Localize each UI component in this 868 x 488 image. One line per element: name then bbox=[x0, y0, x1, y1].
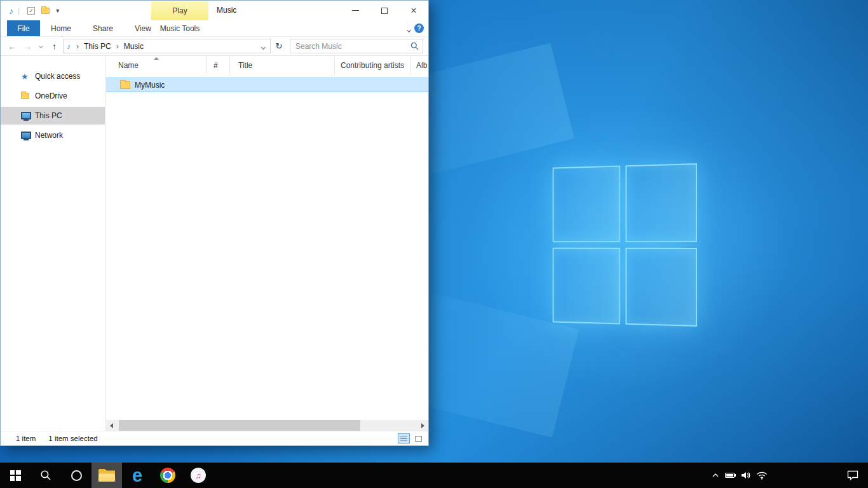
column-header-name[interactable]: Name bbox=[106, 57, 207, 74]
minimize-button[interactable] bbox=[341, 1, 370, 20]
qat-properties-button[interactable]: ✓ bbox=[27, 7, 35, 15]
taskbar-file-explorer-button[interactable] bbox=[92, 463, 122, 488]
maximize-button[interactable] bbox=[370, 1, 399, 20]
titlebar[interactable]: ♪ | ✓ ▾ Play Music × bbox=[1, 1, 428, 20]
item-count: 1 item bbox=[16, 435, 36, 442]
breadcrumb-music[interactable]: Music bbox=[123, 41, 145, 51]
tab-share[interactable]: Share bbox=[82, 20, 124, 36]
folder-icon bbox=[41, 8, 50, 14]
column-header-album[interactable]: Alb bbox=[411, 57, 428, 74]
forward-button[interactable]: → bbox=[21, 39, 34, 54]
taskbar-chrome-button[interactable] bbox=[153, 463, 183, 488]
column-label: Alb bbox=[416, 61, 427, 70]
ribbon-collapse-button[interactable] bbox=[407, 25, 410, 34]
tab-file[interactable]: File bbox=[7, 20, 40, 36]
taskbar: e ♫ bbox=[0, 463, 868, 488]
search-box bbox=[290, 39, 423, 53]
battery-icon[interactable] bbox=[725, 473, 735, 478]
search-icon bbox=[40, 470, 51, 481]
star-icon: ★ bbox=[21, 72, 29, 81]
search-icon[interactable] bbox=[410, 42, 419, 50]
cortana-button[interactable] bbox=[61, 463, 92, 488]
recent-locations-button[interactable] bbox=[36, 39, 46, 54]
navigation-bar: ← → ↑ ♪ › This PC › Music ↻ bbox=[1, 37, 428, 56]
back-button[interactable]: ← bbox=[6, 39, 19, 54]
file-name: MyMusic bbox=[135, 81, 165, 90]
scroll-right-button[interactable] bbox=[417, 420, 428, 431]
sidebar-item-label: Quick access bbox=[35, 72, 80, 81]
column-header-title[interactable]: Title bbox=[230, 57, 335, 74]
column-header-number[interactable]: # bbox=[207, 57, 230, 74]
tab-home[interactable]: Home bbox=[40, 20, 82, 36]
tab-music-tools[interactable]: Music Tools bbox=[151, 20, 208, 36]
volume-icon[interactable] bbox=[740, 470, 750, 480]
action-center-button[interactable] bbox=[837, 463, 868, 488]
edge-icon: e bbox=[132, 466, 142, 485]
cortana-icon bbox=[71, 470, 82, 481]
window-title: Music bbox=[217, 1, 236, 20]
windows-logo-icon bbox=[10, 470, 21, 481]
address-dropdown-button[interactable] bbox=[262, 42, 267, 51]
sidebar-item-this-pc[interactable]: This PC bbox=[1, 107, 105, 125]
address-bar[interactable]: ♪ › This PC › Music bbox=[63, 39, 271, 53]
column-label: Contributing artists bbox=[341, 61, 404, 70]
status-bar: 1 item 1 item selected bbox=[1, 431, 428, 445]
sidebar-item-label: Network bbox=[35, 131, 63, 140]
breadcrumb-separator-icon: › bbox=[76, 42, 79, 51]
sidebar-item-onedrive[interactable]: OneDrive bbox=[1, 87, 105, 105]
selection-count: 1 item selected bbox=[48, 435, 97, 442]
column-header-contributing-artists[interactable]: Contributing artists bbox=[335, 57, 411, 74]
maximize-icon bbox=[381, 8, 388, 14]
music-note-icon: ♪ bbox=[67, 42, 71, 51]
column-label: # bbox=[214, 61, 218, 70]
file-list: Name # Title Contributing artists Alb My… bbox=[106, 57, 428, 431]
start-button[interactable] bbox=[0, 463, 31, 488]
large-icons-view-icon bbox=[415, 436, 422, 442]
details-view-button[interactable] bbox=[398, 433, 410, 444]
sidebar-item-label: OneDrive bbox=[35, 92, 67, 100]
view-toggles bbox=[398, 433, 424, 444]
triangle-right-icon bbox=[421, 423, 424, 428]
qat-new-folder-button[interactable] bbox=[41, 8, 50, 14]
qat-customize-button[interactable]: ▾ bbox=[56, 7, 59, 14]
triangle-left-icon bbox=[110, 423, 113, 428]
network-icon bbox=[21, 132, 31, 139]
onedrive-folder-icon bbox=[21, 93, 29, 99]
close-button[interactable]: × bbox=[399, 1, 428, 20]
show-hidden-icons-button[interactable] bbox=[712, 473, 719, 478]
breadcrumb-this-pc[interactable]: This PC bbox=[83, 41, 112, 51]
help-button[interactable]: ? bbox=[414, 24, 424, 33]
taskbar-itunes-button[interactable]: ♫ bbox=[183, 463, 214, 488]
windows-logo-pane bbox=[553, 166, 621, 243]
windows-logo-pane bbox=[553, 248, 621, 325]
separator: | bbox=[18, 6, 20, 15]
ribbon-tab-row: File Home Share View Music Tools ? bbox=[1, 20, 428, 37]
file-explorer-icon bbox=[98, 469, 115, 482]
windows-logo-pane bbox=[625, 248, 697, 327]
sidebar-item-network[interactable]: Network bbox=[1, 126, 105, 144]
large-icons-view-button[interactable] bbox=[412, 433, 424, 444]
sidebar-item-label: This PC bbox=[35, 111, 62, 120]
sort-ascending-icon bbox=[154, 57, 159, 60]
contextual-tab-play[interactable]: Play bbox=[151, 1, 208, 20]
search-input[interactable] bbox=[290, 39, 423, 53]
chrome-icon bbox=[160, 468, 175, 483]
scrollbar-thumb[interactable] bbox=[119, 420, 360, 431]
sidebar-item-quick-access[interactable]: ★ Quick access bbox=[1, 67, 105, 85]
chevron-down-icon bbox=[39, 44, 43, 48]
up-button[interactable]: ↑ bbox=[48, 39, 61, 54]
window-controls: × bbox=[341, 1, 428, 20]
horizontal-scrollbar[interactable] bbox=[106, 420, 428, 431]
taskbar-edge-button[interactable]: e bbox=[122, 463, 153, 488]
taskbar-search-button[interactable] bbox=[31, 463, 61, 488]
details-view-icon bbox=[400, 436, 407, 442]
chevron-down-icon bbox=[261, 44, 266, 49]
navigation-pane: ★ Quick access OneDrive This PC Network bbox=[1, 57, 105, 431]
scroll-left-button[interactable] bbox=[106, 420, 117, 431]
system-tray bbox=[712, 463, 768, 488]
wifi-icon[interactable] bbox=[756, 471, 768, 480]
folder-icon bbox=[120, 81, 130, 89]
refresh-button[interactable]: ↻ bbox=[273, 39, 285, 54]
file-row-mymusic[interactable]: MyMusic bbox=[106, 78, 428, 92]
column-headers: Name # Title Contributing artists Alb bbox=[106, 57, 428, 74]
